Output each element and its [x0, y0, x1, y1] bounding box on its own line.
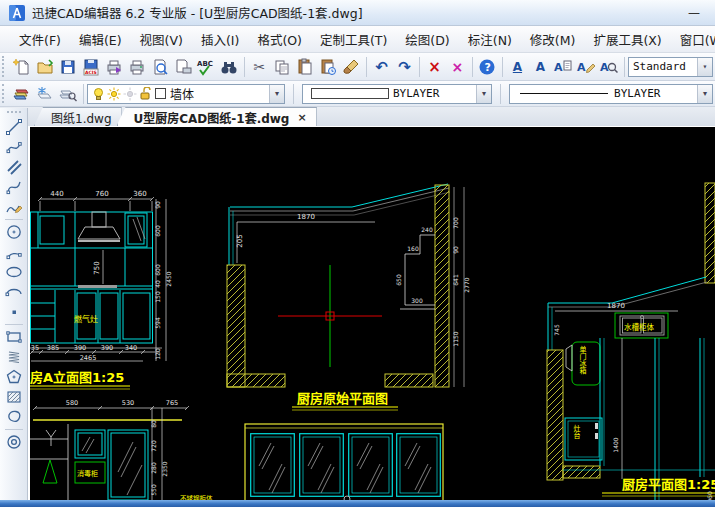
layer-preview-button[interactable] — [57, 83, 80, 105]
layer-unlock-icon — [139, 87, 151, 101]
redo-button[interactable]: ↷ — [393, 56, 416, 78]
dim-text: 1150 — [452, 331, 459, 346]
crosshair-cursor — [278, 265, 382, 367]
find-button[interactable] — [218, 56, 241, 78]
layer-properties-button[interactable] — [11, 83, 34, 105]
tool-circle[interactable] — [3, 222, 25, 242]
tool-polyline[interactable] — [3, 137, 25, 157]
layer-combo[interactable]: 墙体 ▾ — [87, 84, 285, 104]
format-painter-button[interactable] — [340, 56, 363, 78]
dim-text: 600 — [154, 225, 161, 237]
cut-button[interactable]: ✂ — [248, 56, 271, 78]
menu-custom-tools[interactable]: 定制工具(T) — [311, 26, 396, 53]
menu-edit[interactable]: 编辑(E) — [70, 26, 131, 53]
color-combo[interactable]: BYLAYER ▾ — [302, 84, 492, 104]
save-button[interactable] — [57, 56, 80, 78]
glass-reflection — [118, 442, 142, 495]
text-edit-button[interactable]: A — [575, 56, 598, 78]
toolbar-separator — [5, 324, 23, 325]
spell-check-button[interactable]: ABC — [195, 56, 218, 78]
text-annotate-icon: A — [553, 58, 573, 76]
chevron-down-icon[interactable]: ▾ — [697, 58, 712, 76]
linetype-value: BYLAYER — [614, 87, 660, 100]
tool-line[interactable] — [3, 117, 25, 137]
tool-arc[interactable] — [3, 242, 25, 262]
elevation-a-title: 厨房A立面图1:25 — [30, 370, 124, 385]
open-button[interactable] — [34, 56, 57, 78]
toolbar-grip[interactable] — [2, 56, 9, 77]
menu-insert[interactable]: 插入(I) — [192, 26, 248, 53]
tool-multiline[interactable] — [3, 157, 25, 177]
tool-region[interactable] — [3, 407, 25, 427]
purge-button[interactable]: × — [446, 56, 469, 78]
toolbar-grip[interactable] — [2, 84, 9, 103]
minimize-button[interactable]: — — [681, 6, 707, 20]
paste-special-button[interactable] — [317, 56, 340, 78]
menu-format[interactable]: 格式(O) — [248, 26, 311, 53]
tab-label: 图纸1.dwg — [51, 109, 112, 126]
new-button[interactable] — [11, 56, 34, 78]
ellipse-icon — [5, 263, 23, 281]
page-setup-button[interactable] — [172, 56, 195, 78]
drawing-canvas[interactable]: 440 760 360 — [30, 127, 715, 500]
toolbar-separator — [624, 57, 625, 77]
dim-text: 641 — [452, 274, 459, 286]
tab-drawing1[interactable]: 图纸1.dwg — [34, 107, 122, 126]
tool-sketch[interactable] — [3, 197, 25, 217]
tool-point[interactable] — [3, 302, 25, 322]
menu-window[interactable]: 窗口(W) — [671, 26, 715, 53]
text-annotate-button[interactable]: A — [552, 56, 575, 78]
tool-donut[interactable] — [3, 432, 25, 452]
color-combo-arrow[interactable]: ▾ — [476, 85, 491, 103]
menu-draw[interactable]: 绘图(D) — [396, 26, 458, 53]
tab-u-kitchen[interactable]: U型厨房CAD图纸-1套.dwg × — [117, 107, 317, 126]
circle-icon — [5, 223, 23, 241]
menu-view[interactable]: 视图(V) — [131, 26, 192, 53]
save-as-button[interactable]: ACIS — [80, 56, 103, 78]
dim-text: 205 — [236, 234, 244, 247]
linetype-combo-arrow[interactable]: ▾ — [697, 85, 712, 103]
text-style-button[interactable]: A — [529, 56, 552, 78]
menu-dimension[interactable]: 标注(N) — [459, 26, 521, 53]
linetype-combo[interactable]: BYLAYER ▾ — [509, 84, 713, 104]
text-find-button[interactable]: A — [598, 56, 621, 78]
text-style-combo[interactable]: Standard ▾ — [628, 57, 713, 77]
dim-text: 80 — [150, 420, 157, 428]
format-painter-icon — [342, 58, 360, 76]
paste-button[interactable] — [294, 56, 317, 78]
dim-text: 760 — [95, 190, 108, 198]
fridge-label: 单门冰箱 — [578, 345, 587, 375]
tool-rectangle[interactable] — [3, 327, 25, 347]
layer-combo-arrow[interactable]: ▾ — [269, 85, 284, 103]
tab-close-icon[interactable]: × — [297, 111, 306, 124]
dim-text: 594 — [154, 317, 161, 329]
menu-modify[interactable]: 修改(M) — [521, 26, 585, 53]
help-button[interactable]: ? — [476, 56, 499, 78]
toolbar-separator — [500, 84, 501, 104]
plan-original-drawing: 1870 205 240 160 650 300 700 90 641 11 — [227, 184, 470, 410]
erase-button[interactable]: × — [423, 56, 446, 78]
print-preview-button[interactable] — [149, 56, 172, 78]
tool-ellipse[interactable] — [3, 262, 25, 282]
menu-express-tools[interactable]: 扩展工具(X) — [584, 26, 670, 53]
tool-polygon[interactable] — [3, 367, 25, 387]
toolbar-separator — [502, 57, 503, 77]
point-icon — [5, 303, 23, 321]
menu-file[interactable]: 文件(F) — [10, 26, 70, 53]
tool-revision-cloud[interactable] — [3, 347, 25, 367]
tool-ellipse-arc[interactable] — [3, 282, 25, 302]
toolbar-separator — [5, 429, 23, 430]
toolbar-separator — [419, 57, 420, 77]
tool-spline[interactable] — [3, 177, 25, 197]
copy-button[interactable] — [271, 56, 294, 78]
dim-text: 390 — [74, 344, 86, 352]
text-underline-button[interactable]: A — [506, 56, 529, 78]
dim-text: 120 — [154, 348, 161, 360]
undo-button[interactable]: ↶ — [370, 56, 393, 78]
tool-hatch[interactable] — [3, 387, 25, 407]
print-button[interactable] — [103, 56, 126, 78]
layer-states-button[interactable] — [34, 83, 57, 105]
dim-text: 750 — [93, 261, 101, 274]
dim-text: 35 — [31, 344, 39, 352]
quick-print-button[interactable] — [126, 56, 149, 78]
